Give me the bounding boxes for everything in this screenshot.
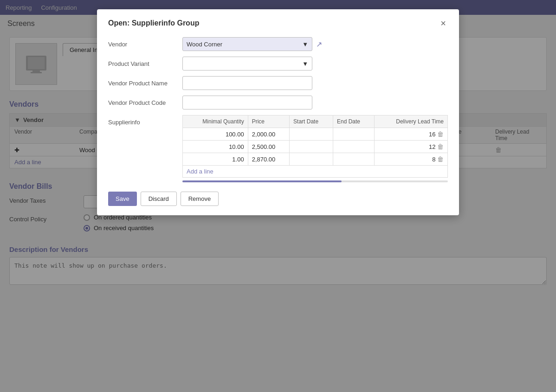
remove-button[interactable]: Remove xyxy=(181,192,219,206)
th-end-date: End Date xyxy=(333,116,375,128)
modal-vendor-open-icon[interactable]: ↗ xyxy=(316,40,322,49)
cell-start-1 xyxy=(290,141,333,153)
cell-price-0: 2,000.00 xyxy=(248,128,289,141)
cell-delivery-1: 12 🗑 xyxy=(374,141,447,153)
add-line-label[interactable]: Add a line xyxy=(183,166,448,178)
modal-close-button[interactable]: × xyxy=(439,19,448,28)
table-row[interactable]: 100.00 2,000.00 16 🗑 xyxy=(183,128,448,141)
modal-product-variant-value: ▼ xyxy=(182,57,448,71)
modal-supplierinfo-label: Supplierinfo xyxy=(108,115,182,126)
table-progress-bar-wrap xyxy=(182,180,448,182)
modal-overlay: Open: Supplierinfo Group × Vendor Wood C… xyxy=(0,0,556,392)
delete-row-icon-1[interactable]: 🗑 xyxy=(437,143,444,150)
cell-delivery-0: 16 🗑 xyxy=(374,128,447,141)
modal-product-variant-arrow-icon: ▼ xyxy=(302,60,308,67)
discard-button[interactable]: Discard xyxy=(141,192,177,206)
modal-title: Open: Supplierinfo Group xyxy=(108,19,199,27)
th-delivery: Delivery Lead Time xyxy=(374,116,447,128)
modal-product-variant-row: Product Variant ▼ xyxy=(108,57,448,71)
modal-vendor-product-name-label: Vendor Product Name xyxy=(108,80,182,87)
modal-supplierinfo-table-wrap: Minimal Quantity Price Start Date End Da… xyxy=(182,115,448,182)
cell-end-0 xyxy=(333,128,375,141)
modal-vendor-product-code-input[interactable] xyxy=(182,96,312,109)
add-supplierinfo-line[interactable]: Add a line xyxy=(183,166,448,178)
modal-vendor-product-code-value xyxy=(182,96,448,109)
table-row[interactable]: 1.00 2,870.00 8 🗑 xyxy=(183,153,448,166)
cell-min-qty-2: 1.00 xyxy=(183,153,248,166)
modal-header: Open: Supplierinfo Group × xyxy=(108,19,448,28)
modal-vendor-row: Vendor Wood Corner ▼ ↗ xyxy=(108,37,448,51)
modal-vendor-product-name-value xyxy=(182,76,448,90)
modal-actions: Save Discard Remove xyxy=(108,192,448,206)
th-min-qty: Minimal Quantity xyxy=(183,116,248,128)
modal-vendor-select[interactable]: Wood Corner ▼ xyxy=(182,37,312,51)
cell-delivery-2: 8 🗑 xyxy=(374,153,447,166)
delete-row-icon-2[interactable]: 🗑 xyxy=(437,155,444,163)
save-button[interactable]: Save xyxy=(108,192,137,206)
modal-product-variant-label: Product Variant xyxy=(108,60,182,67)
cell-end-2 xyxy=(333,153,375,166)
cell-end-1 xyxy=(333,141,375,153)
delete-row-icon-0[interactable]: 🗑 xyxy=(437,130,444,138)
supplierinfo-table: Minimal Quantity Price Start Date End Da… xyxy=(182,115,448,178)
cell-min-qty-1: 10.00 xyxy=(183,141,248,153)
cell-price-2: 2,870.00 xyxy=(248,153,289,166)
table-progress-bar xyxy=(182,180,342,182)
modal-supplierinfo-row: Supplierinfo Minimal Quantity Price Star… xyxy=(108,115,448,182)
modal-vendor-product-code-row: Vendor Product Code xyxy=(108,96,448,109)
cell-start-2 xyxy=(290,153,333,166)
cell-start-0 xyxy=(290,128,333,141)
modal-product-variant-select[interactable]: ▼ xyxy=(182,57,312,71)
th-start-date: Start Date xyxy=(290,116,333,128)
modal-vendor-product-code-label: Vendor Product Code xyxy=(108,99,182,106)
table-row[interactable]: 10.00 2,500.00 12 🗑 xyxy=(183,141,448,153)
modal-vendor-arrow-icon: ▼ xyxy=(302,41,308,48)
cell-price-1: 2,500.00 xyxy=(248,141,289,153)
th-price: Price xyxy=(248,116,289,128)
supplierinfo-modal: Open: Supplierinfo Group × Vendor Wood C… xyxy=(97,9,459,215)
modal-vendor-label: Vendor xyxy=(108,41,182,48)
cell-min-qty-0: 100.00 xyxy=(183,128,248,141)
modal-vendor-product-name-row: Vendor Product Name xyxy=(108,76,448,90)
modal-vendor-selected: Wood Corner xyxy=(187,41,222,48)
modal-vendor-value: Wood Corner ▼ ↗ xyxy=(182,37,448,51)
modal-vendor-product-name-input[interactable] xyxy=(182,76,312,90)
